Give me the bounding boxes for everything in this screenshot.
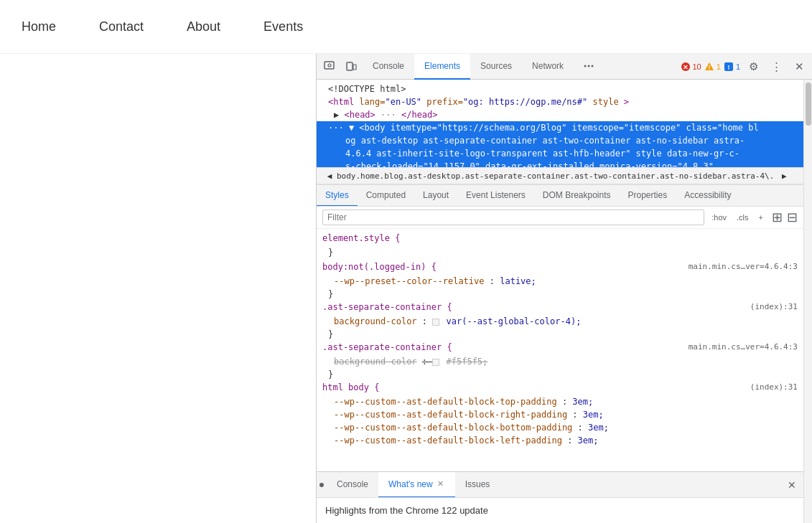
- nav-about[interactable]: About: [187, 19, 220, 34]
- tab-bottom-issues[interactable]: Issues: [455, 472, 500, 498]
- cls-button[interactable]: .cls: [734, 212, 752, 223]
- css-selector-ast-1: .ast-separate-container {: [322, 302, 452, 312]
- tab-properties[interactable]: Properties: [620, 185, 676, 207]
- style-icon-2[interactable]: ⊟: [787, 209, 798, 225]
- more-options-icon[interactable]: ⋮: [766, 57, 786, 77]
- css-colon-7: :: [567, 435, 577, 446]
- warning-badge: ! 1: [704, 62, 721, 72]
- css-selector-body-not: body:not(.logged-in) {: [322, 262, 437, 272]
- css-rule-ast-1-close: }: [322, 328, 798, 341]
- css-link-html-body[interactable]: (index):31: [750, 381, 798, 394]
- css-prop-left: --wp--custom--ast-default-block-left-pad…: [334, 435, 562, 446]
- html-tree[interactable]: <!DOCTYPE html> <html lang="en-US" prefi…: [317, 80, 803, 167]
- css-val-bgcolor-2: #f5f5f5;: [447, 357, 488, 367]
- css-prop-row-top: --wp--custom--ast-default-block-top-padd…: [322, 395, 798, 408]
- css-val-left: 3em;: [578, 435, 599, 446]
- tab-layout[interactable]: Layout: [414, 185, 457, 207]
- hov-button[interactable]: :hov: [709, 212, 729, 223]
- breadcrumb-forward[interactable]: ▶: [777, 167, 791, 184]
- css-prop-bgcolor-1: background-color: [334, 316, 417, 326]
- bottom-dot: [319, 483, 324, 487]
- close-devtools-button[interactable]: ✕: [789, 57, 809, 77]
- devtools-main: <!DOCTYPE html> <html lang="en-US" prefi…: [317, 80, 803, 523]
- filter-input[interactable]: [322, 209, 704, 225]
- tab-more[interactable]: [574, 54, 604, 80]
- css-brace-4: }: [322, 369, 333, 380]
- body-attr-grext-val: "4.8.3": [677, 161, 714, 167]
- css-prop-bottom: --wp--custom--ast-default-block-bottom-p…: [334, 423, 572, 433]
- website-area: [0, 54, 316, 523]
- whats-new-close[interactable]: ✕: [436, 479, 445, 489]
- body-attr-grext: data-gr-ext-installed monica-version=: [485, 161, 677, 167]
- style-icon-1[interactable]: ⊞: [772, 209, 783, 225]
- svg-rect-2: [347, 62, 353, 70]
- css-prop-row-relative: --wp--preset--color--relative : lative;: [322, 275, 798, 288]
- svg-text:!: !: [727, 64, 729, 71]
- nav-home[interactable]: Home: [22, 19, 56, 34]
- html-attr-prefix-val: "og: https://ogp.me/ns#": [463, 97, 587, 107]
- tab-console[interactable]: Console: [363, 54, 414, 80]
- html-attr-style: style: [593, 97, 619, 107]
- color-swatch-1[interactable]: [432, 319, 439, 326]
- body-attr-check-val: "14.1157.0": [423, 161, 480, 167]
- css-rule-body-not-close: }: [322, 288, 798, 301]
- css-brace-1: }: [322, 248, 333, 258]
- css-rule-ast-container-2: .ast-separate-container { main.min.cs…ve…: [322, 341, 798, 354]
- css-colon-1: :: [490, 276, 500, 286]
- head-close: </head>: [401, 110, 438, 120]
- devtools-panel: Console Elements Sources Network ✕ 10 ! …: [316, 54, 812, 523]
- error-badge: ✕ 10: [681, 62, 701, 72]
- warning-count: 1: [717, 62, 721, 71]
- body-attr-itemscope-val: "itemscope": [624, 123, 681, 133]
- nav-events[interactable]: Events: [263, 19, 303, 34]
- devtools-tabs: Console Elements Sources Network: [363, 54, 679, 80]
- css-link-body-not[interactable]: main.min.cs…ver=4.6.4:3: [689, 260, 798, 273]
- devtools-content-row: <!DOCTYPE html> <html lang="en-US" prefi…: [317, 80, 812, 523]
- scrollbar-thumb[interactable]: [806, 83, 811, 126]
- css-colon-5: :: [572, 410, 582, 420]
- nav-contact[interactable]: Contact: [99, 19, 144, 34]
- tab-event-listeners[interactable]: Event Listeners: [457, 185, 534, 207]
- tab-styles[interactable]: Styles: [317, 185, 358, 207]
- svg-rect-3: [353, 65, 356, 70]
- css-link-ast-1[interactable]: (index):31: [750, 301, 798, 314]
- css-rule-html-body: html body { (index):31: [322, 381, 798, 394]
- tab-network[interactable]: Network: [522, 54, 574, 80]
- tab-dom-breakpoints[interactable]: DOM Breakpoints: [534, 185, 620, 207]
- body-attr-class-val: "home bl: [717, 123, 759, 133]
- css-link-ast-2[interactable]: main.min.cs…ver=4.6.4:3: [689, 341, 798, 354]
- breadcrumb-bar: ◀ body.home.blog.ast-desktop.ast-separat…: [317, 167, 803, 184]
- css-prop-row-right: --wp--custom--ast-default-block-right-pa…: [322, 408, 798, 421]
- breadcrumb-back[interactable]: ◀: [322, 167, 337, 184]
- inspector-icon[interactable]: [319, 57, 340, 77]
- css-selector-html-body: html body {: [322, 382, 379, 392]
- add-style-button[interactable]: +: [756, 212, 766, 223]
- html-line-body[interactable]: ··· ▼ <body itemtype="https://schema.org…: [317, 121, 803, 134]
- devtools-scrollbar[interactable]: [803, 80, 812, 523]
- css-val-bottom: 3em;: [588, 423, 609, 433]
- svg-point-4: [584, 65, 587, 67]
- website-nav: Home Contact About Events: [0, 0, 812, 54]
- tab-bottom-console[interactable]: Console: [327, 472, 378, 498]
- css-colon-4: :: [562, 397, 572, 407]
- html-line-body4: s-check-loaded="14.1157.0" data-gr-ext-i…: [317, 160, 803, 167]
- css-prop-right: --wp--custom--ast-default-block-right-pa…: [334, 410, 567, 420]
- body-attr-itemtype: itemtype=: [391, 123, 437, 133]
- css-rules[interactable]: element.style { } body:not(.logged-in) {…: [317, 229, 803, 471]
- devtools-toolbar: Console Elements Sources Network ✕ 10 ! …: [317, 54, 812, 80]
- tab-sources[interactable]: Sources: [470, 54, 522, 80]
- tab-computed[interactable]: Computed: [358, 185, 414, 207]
- filter-bar: :hov .cls + ⊞ ⊟: [317, 207, 803, 229]
- tab-elements[interactable]: Elements: [414, 54, 470, 80]
- tab-accessibility[interactable]: Accessibility: [676, 185, 739, 207]
- highlights-text: Highlights from the Chrome 122 update: [325, 505, 488, 516]
- tab-bottom-whatsnew[interactable]: What's new ✕: [378, 472, 455, 498]
- settings-icon[interactable]: ⚙: [743, 57, 763, 77]
- svg-text:✕: ✕: [683, 64, 689, 71]
- html-line-body2: og ast-desktop ast-separate-container as…: [317, 134, 803, 147]
- html-attr-prefix: prefix=: [426, 97, 463, 107]
- body-attr-itemscope: itemscope=: [572, 123, 624, 133]
- close-bottom-bar-button[interactable]: ✕: [783, 476, 801, 494]
- color-swatch-2[interactable]: [432, 359, 439, 366]
- device-icon[interactable]: [341, 57, 361, 77]
